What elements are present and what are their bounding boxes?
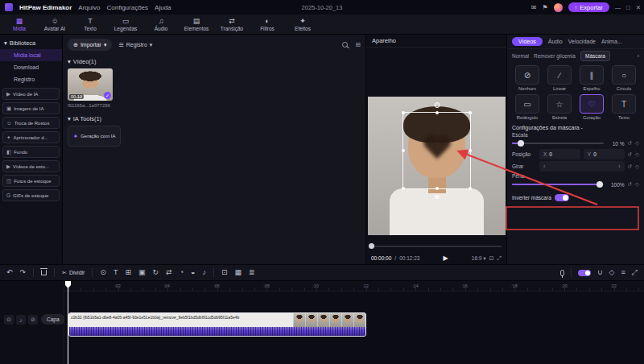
autoscroll-icon[interactable]: ≡ [621,269,625,276]
position-y-field[interactable]: Y 0 [584,149,625,159]
sidebar-item-troca-rostos[interactable]: ☺Troca de Rostos [2,117,60,129]
timeline-fit-icon[interactable]: ⤢ [632,269,638,276]
search-icon[interactable] [342,42,348,48]
aspect-ratio-dropdown[interactable]: 16:9 ▾ [472,255,486,262]
scale-slider[interactable] [512,139,604,147]
sidebar-item-aprimorador[interactable]: ✦Aprimorador d... [2,131,60,143]
user-avatar[interactable] [554,3,563,12]
sidebar-item-midia-local[interactable]: Mídia local [0,49,62,61]
mask-circulo[interactable]: ○Círculo [609,65,639,91]
tab-efeitos[interactable]: ✦Efeitos [285,14,320,34]
media-clip-thumbnail[interactable]: 00:13 ✓ [68,68,113,101]
ai-generation-card[interactable]: ✦ Geração com IA [68,126,121,147]
tab-avatar-ai[interactable]: ☺Avatar AI [37,14,72,34]
play-button[interactable]: ▶ [444,254,448,262]
seek-knob[interactable] [369,243,374,249]
mask-retangulo[interactable]: ▭Retângulo [512,94,543,120]
position-x-field[interactable]: X 0 [539,149,580,159]
tab-elementos[interactable]: ▤Elementos [179,14,214,34]
rotate-keyframe-icon[interactable]: ◇ [635,163,639,170]
feedback-icon[interactable]: ✉ [531,4,537,11]
video-clip[interactable]: c0b32 (fb51b5a1-dbe8-4a05-a45f-93e1e51e1… [68,312,366,337]
menu-configuracoes[interactable]: Configurações [106,4,148,11]
volume-icon[interactable]: ♪ [203,269,207,276]
rotate-reset-icon[interactable]: ↺ [628,163,632,170]
tab-audio-properties[interactable]: Áudio [548,39,563,44]
video-section-header[interactable]: ▾ Vídeo(1) [68,58,361,65]
chevron-right-icon[interactable]: › [638,53,639,59]
registro-dropdown[interactable]: ☰ Registro ▾ [118,42,152,48]
stepper-right-icon[interactable]: › [618,163,620,169]
mask-estrela[interactable]: ☆Estrela [544,94,575,120]
feather-reset-icon[interactable]: ↺ [628,181,632,188]
handle-bottom-left[interactable] [402,187,405,190]
magnet-icon[interactable]: ∪ [597,269,603,276]
tab-midia[interactable]: ▦Mídia [2,14,37,34]
export-button[interactable]: ↑ Exportar [568,2,609,12]
handle-top-left[interactable] [402,111,405,114]
rotate-icon[interactable]: ↻ [153,269,159,276]
track-lock-icon[interactable]: ⊘ [28,315,38,325]
tab-texto[interactable]: TTexto [72,14,108,34]
tab-videos[interactable]: Vídeos [512,37,543,46]
feather-slider[interactable] [512,180,604,188]
sidebar-item-imagem-ia[interactable]: ▣Imagem de IA [2,102,60,114]
scale-reset-icon[interactable]: ↺ [628,140,632,147]
mask-coracao[interactable]: ♡Coração [576,94,607,120]
playhead[interactable] [68,281,68,364]
maximize-button[interactable]: □ [626,4,630,11]
video-preview[interactable]: ⊕ [368,97,506,235]
delete-icon[interactable] [41,270,47,275]
gift-icon[interactable]: ⚑ [542,4,547,11]
sidebar-item-fotos-estoque[interactable]: ◫Fotos de estoque [2,175,60,187]
close-button[interactable]: ✕ [636,4,641,11]
marker-icon[interactable]: ⊙ [100,269,106,276]
position-keyframe-icon[interactable]: ◇ [635,151,639,158]
split-button[interactable]: ✂ Dividir [62,270,85,276]
import-button[interactable]: ⊕ Importar ▾ [68,39,112,51]
handle-mid-left[interactable] [402,149,405,152]
menu-ajuda[interactable]: Ajuda [155,4,171,11]
move-handle[interactable]: ⊕ [434,194,440,201]
mirror-icon[interactable]: ⇄ [166,269,172,276]
grid-view-icon[interactable]: ▦ [235,269,242,276]
menu-arquivo[interactable]: Arquivo [78,4,100,11]
position-reset-icon[interactable]: ↺ [628,151,632,158]
speed-icon[interactable]: ◔ [180,269,184,276]
sidebar-item-gifs-estoque[interactable]: GGIFs de estoque [2,189,60,201]
track-mute-icon[interactable]: ♪ [16,315,26,325]
sidebar-item-videos-estoque[interactable]: ▶Vídeos de esto... [2,160,60,172]
sidebar-item-video-ia[interactable]: ▶Vídeo de IA [2,88,60,100]
redo-icon[interactable]: ↷ [20,269,27,276]
handle-bottom-mid[interactable] [436,187,439,190]
handle-top-mid[interactable] [436,111,439,114]
minimize-button[interactable]: — [615,4,621,11]
rotate-handle[interactable] [434,102,440,108]
undo-icon[interactable]: ↶ [6,269,13,276]
sidebar-item-registro[interactable]: Registro [0,73,62,85]
subtab-normal[interactable]: Normal [512,53,529,59]
library-header[interactable]: ▾ Biblioteca [4,39,58,47]
tab-legendas[interactable]: ▭Legendas [108,14,143,34]
tab-animacao[interactable]: Anima... [601,39,622,44]
subtab-remover[interactable]: Remover glicemia [534,53,576,59]
timeline-ruler[interactable]: :02 :04 :06 :08 :10 :12 :14 :16 :18 :20 … [64,281,644,292]
mask-nenhum[interactable]: ⊘Nenhum [512,65,543,91]
timeline-tracks[interactable]: c0b32 (fb51b5a1-dbe8-4a05-a45f-93e1e51e1… [64,292,644,364]
tab-transicao[interactable]: ⇄Transição [214,14,250,34]
mic-icon[interactable] [560,270,564,276]
handle-mid-right[interactable] [469,149,472,152]
sidebar-item-fundo[interactable]: ◧Fundo [2,146,60,158]
sidebar-item-download[interactable]: Download [0,61,62,73]
chroma-icon[interactable]: ◒ [191,269,195,276]
pip-icon[interactable]: ⊡ [489,255,494,262]
ia-tools-section-header[interactable]: ▾ IA Tools(1) [68,115,361,122]
track-manager-icon[interactable]: ≣ [249,269,255,276]
mask-selection-box[interactable]: ⊕ [402,112,472,189]
track-record-icon[interactable]: ⊙ [4,315,14,325]
tab-audio[interactable]: ♫Áudio [143,14,179,34]
mask-texto[interactable]: TTexto [609,94,639,120]
snapshot-icon[interactable]: ⊡ [221,269,228,276]
tab-filtros[interactable]: ◐Filtros [250,14,285,34]
reframe-icon[interactable]: ⊞ [125,269,131,276]
